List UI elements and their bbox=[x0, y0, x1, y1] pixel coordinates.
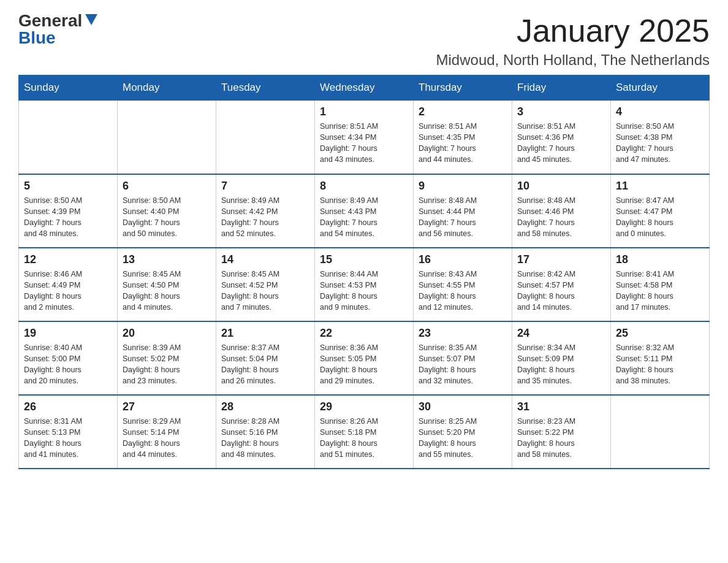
day-info: Sunrise: 8:35 AM Sunset: 5:07 PM Dayligh… bbox=[419, 342, 507, 387]
calendar-cell: 7Sunrise: 8:49 AM Sunset: 4:42 PM Daylig… bbox=[216, 174, 315, 248]
calendar-header-row: SundayMondayTuesdayWednesdayThursdayFrid… bbox=[19, 75, 710, 101]
calendar-cell: 17Sunrise: 8:42 AM Sunset: 4:57 PM Dayli… bbox=[512, 248, 611, 321]
day-info: Sunrise: 8:43 AM Sunset: 4:55 PM Dayligh… bbox=[419, 269, 507, 313]
day-number: 23 bbox=[419, 327, 507, 340]
calendar-cell: 10Sunrise: 8:48 AM Sunset: 4:46 PM Dayli… bbox=[512, 174, 611, 248]
day-number: 10 bbox=[517, 180, 605, 193]
day-number: 27 bbox=[123, 400, 211, 413]
day-number: 12 bbox=[24, 253, 112, 266]
day-number: 16 bbox=[419, 253, 507, 266]
calendar-cell: 29Sunrise: 8:26 AM Sunset: 5:18 PM Dayli… bbox=[315, 395, 414, 469]
calendar-cell: 25Sunrise: 8:32 AM Sunset: 5:11 PM Dayli… bbox=[611, 321, 710, 395]
page-header: General Blue January 2025 Midwoud, North… bbox=[18, 12, 710, 69]
calendar-week-row: 26Sunrise: 8:31 AM Sunset: 5:13 PM Dayli… bbox=[19, 395, 710, 469]
calendar-cell: 12Sunrise: 8:46 AM Sunset: 4:49 PM Dayli… bbox=[19, 248, 118, 321]
day-info: Sunrise: 8:51 AM Sunset: 4:36 PM Dayligh… bbox=[517, 121, 605, 166]
day-number: 25 bbox=[616, 327, 704, 340]
day-info: Sunrise: 8:41 AM Sunset: 4:58 PM Dayligh… bbox=[616, 269, 704, 313]
month-year-title: January 2025 bbox=[436, 12, 710, 49]
day-number: 9 bbox=[419, 180, 507, 193]
day-number: 5 bbox=[24, 180, 112, 193]
day-number: 30 bbox=[419, 400, 507, 413]
day-number: 13 bbox=[123, 253, 211, 266]
day-number: 1 bbox=[320, 105, 408, 118]
calendar-table: SundayMondayTuesdayWednesdayThursdayFrid… bbox=[18, 75, 710, 469]
calendar-cell: 15Sunrise: 8:44 AM Sunset: 4:53 PM Dayli… bbox=[315, 248, 414, 321]
calendar-cell: 13Sunrise: 8:45 AM Sunset: 4:50 PM Dayli… bbox=[118, 248, 216, 321]
title-section: January 2025 Midwoud, North Holland, The… bbox=[436, 12, 710, 69]
calendar-week-row: 1Sunrise: 8:51 AM Sunset: 4:34 PM Daylig… bbox=[19, 101, 710, 174]
day-info: Sunrise: 8:29 AM Sunset: 5:14 PM Dayligh… bbox=[123, 416, 211, 461]
logo-triangle-icon bbox=[85, 14, 97, 25]
day-number: 8 bbox=[320, 180, 408, 193]
day-number: 4 bbox=[616, 105, 704, 118]
calendar-cell bbox=[118, 101, 216, 174]
calendar-cell: 11Sunrise: 8:47 AM Sunset: 4:47 PM Dayli… bbox=[611, 174, 710, 248]
calendar-cell: 24Sunrise: 8:34 AM Sunset: 5:09 PM Dayli… bbox=[512, 321, 611, 395]
day-info: Sunrise: 8:45 AM Sunset: 4:50 PM Dayligh… bbox=[123, 269, 211, 313]
day-info: Sunrise: 8:36 AM Sunset: 5:05 PM Dayligh… bbox=[320, 342, 408, 387]
day-info: Sunrise: 8:47 AM Sunset: 4:47 PM Dayligh… bbox=[616, 195, 704, 240]
calendar-cell: 23Sunrise: 8:35 AM Sunset: 5:07 PM Dayli… bbox=[414, 321, 512, 395]
day-number: 2 bbox=[419, 105, 507, 118]
header-tuesday: Tuesday bbox=[216, 75, 315, 101]
day-info: Sunrise: 8:23 AM Sunset: 5:22 PM Dayligh… bbox=[517, 416, 605, 461]
calendar-week-row: 5Sunrise: 8:50 AM Sunset: 4:39 PM Daylig… bbox=[19, 174, 710, 248]
calendar-cell: 2Sunrise: 8:51 AM Sunset: 4:35 PM Daylig… bbox=[414, 101, 512, 174]
day-number: 3 bbox=[517, 105, 605, 118]
logo-general-text: General bbox=[18, 12, 82, 29]
day-number: 31 bbox=[517, 400, 605, 413]
day-info: Sunrise: 8:50 AM Sunset: 4:40 PM Dayligh… bbox=[123, 195, 211, 240]
header-monday: Monday bbox=[118, 75, 216, 101]
calendar-cell: 31Sunrise: 8:23 AM Sunset: 5:22 PM Dayli… bbox=[512, 395, 611, 469]
logo: General Blue bbox=[18, 12, 97, 47]
header-saturday: Saturday bbox=[611, 75, 710, 101]
calendar-cell: 28Sunrise: 8:28 AM Sunset: 5:16 PM Dayli… bbox=[216, 395, 315, 469]
day-number: 7 bbox=[221, 180, 309, 193]
calendar-cell bbox=[611, 395, 710, 469]
day-info: Sunrise: 8:51 AM Sunset: 4:35 PM Dayligh… bbox=[419, 121, 507, 166]
day-number: 28 bbox=[221, 400, 309, 413]
calendar-cell: 22Sunrise: 8:36 AM Sunset: 5:05 PM Dayli… bbox=[315, 321, 414, 395]
calendar-cell bbox=[216, 101, 315, 174]
calendar-cell: 8Sunrise: 8:49 AM Sunset: 4:43 PM Daylig… bbox=[315, 174, 414, 248]
calendar-week-row: 12Sunrise: 8:46 AM Sunset: 4:49 PM Dayli… bbox=[19, 248, 710, 321]
calendar-cell: 9Sunrise: 8:48 AM Sunset: 4:44 PM Daylig… bbox=[414, 174, 512, 248]
calendar-cell: 21Sunrise: 8:37 AM Sunset: 5:04 PM Dayli… bbox=[216, 321, 315, 395]
calendar-cell: 5Sunrise: 8:50 AM Sunset: 4:39 PM Daylig… bbox=[19, 174, 118, 248]
header-wednesday: Wednesday bbox=[315, 75, 414, 101]
day-number: 21 bbox=[221, 327, 309, 340]
day-info: Sunrise: 8:26 AM Sunset: 5:18 PM Dayligh… bbox=[320, 416, 408, 461]
location-title: Midwoud, North Holland, The Netherlands bbox=[436, 52, 710, 69]
day-info: Sunrise: 8:40 AM Sunset: 5:00 PM Dayligh… bbox=[24, 342, 112, 387]
calendar-cell: 27Sunrise: 8:29 AM Sunset: 5:14 PM Dayli… bbox=[118, 395, 216, 469]
calendar-cell: 6Sunrise: 8:50 AM Sunset: 4:40 PM Daylig… bbox=[118, 174, 216, 248]
day-number: 22 bbox=[320, 327, 408, 340]
day-info: Sunrise: 8:31 AM Sunset: 5:13 PM Dayligh… bbox=[24, 416, 112, 461]
day-info: Sunrise: 8:48 AM Sunset: 4:46 PM Dayligh… bbox=[517, 195, 605, 240]
day-info: Sunrise: 8:34 AM Sunset: 5:09 PM Dayligh… bbox=[517, 342, 605, 387]
calendar-cell: 14Sunrise: 8:45 AM Sunset: 4:52 PM Dayli… bbox=[216, 248, 315, 321]
calendar-cell: 16Sunrise: 8:43 AM Sunset: 4:55 PM Dayli… bbox=[414, 248, 512, 321]
calendar-cell: 3Sunrise: 8:51 AM Sunset: 4:36 PM Daylig… bbox=[512, 101, 611, 174]
calendar-cell: 19Sunrise: 8:40 AM Sunset: 5:00 PM Dayli… bbox=[19, 321, 118, 395]
day-number: 18 bbox=[616, 253, 704, 266]
day-info: Sunrise: 8:45 AM Sunset: 4:52 PM Dayligh… bbox=[221, 269, 309, 313]
day-info: Sunrise: 8:42 AM Sunset: 4:57 PM Dayligh… bbox=[517, 269, 605, 313]
day-info: Sunrise: 8:25 AM Sunset: 5:20 PM Dayligh… bbox=[419, 416, 507, 461]
day-number: 6 bbox=[123, 180, 211, 193]
calendar-cell: 4Sunrise: 8:50 AM Sunset: 4:38 PM Daylig… bbox=[611, 101, 710, 174]
logo-blue-text: Blue bbox=[18, 29, 56, 47]
calendar-cell: 30Sunrise: 8:25 AM Sunset: 5:20 PM Dayli… bbox=[414, 395, 512, 469]
day-info: Sunrise: 8:39 AM Sunset: 5:02 PM Dayligh… bbox=[123, 342, 211, 387]
day-number: 20 bbox=[123, 327, 211, 340]
calendar-cell: 1Sunrise: 8:51 AM Sunset: 4:34 PM Daylig… bbox=[315, 101, 414, 174]
day-number: 11 bbox=[616, 180, 704, 193]
calendar-cell: 18Sunrise: 8:41 AM Sunset: 4:58 PM Dayli… bbox=[611, 248, 710, 321]
day-info: Sunrise: 8:49 AM Sunset: 4:42 PM Dayligh… bbox=[221, 195, 309, 240]
day-number: 29 bbox=[320, 400, 408, 413]
day-number: 24 bbox=[517, 327, 605, 340]
day-number: 17 bbox=[517, 253, 605, 266]
day-info: Sunrise: 8:37 AM Sunset: 5:04 PM Dayligh… bbox=[221, 342, 309, 387]
day-info: Sunrise: 8:50 AM Sunset: 4:39 PM Dayligh… bbox=[24, 195, 112, 240]
